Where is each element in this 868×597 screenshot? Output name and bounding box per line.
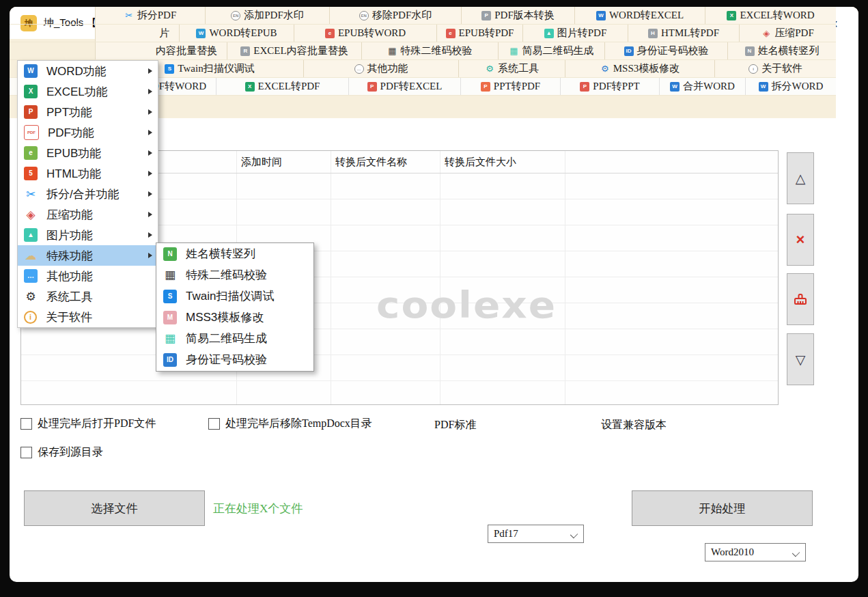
submenu-item-1[interactable]: N姓名横转竖列 xyxy=(156,243,313,264)
menu-item-label: 图片功能 xyxy=(46,227,93,243)
app-window: 坤 坤_Tools 【软件完全离线|更新请看关于软件|版本：正式版 V0.2】 … xyxy=(10,7,858,582)
clear-brush-icon xyxy=(792,291,809,307)
toolbar-tab-button[interactable]: ◈压缩PDF xyxy=(739,25,836,42)
checkbox-open-pdf-after[interactable]: 处理完毕后打开PDF文件 xyxy=(20,417,156,431)
pdf-standard-label: PDF标准 xyxy=(434,418,476,432)
menu-item-2[interactable]: XEXCEL功能 xyxy=(18,81,158,102)
toolbar-tab-button[interactable]: 内容批量替换 xyxy=(95,42,227,59)
toolbar-tab-button[interactable]: PPDF转PPT xyxy=(560,78,659,95)
toolbar-tab-label: WORD转EXCEL xyxy=(609,9,684,22)
toolbar-tab-button[interactable]: eEPUB转WORD xyxy=(294,25,436,42)
toolbar-tab-label: 合并WORD xyxy=(683,80,735,93)
menu-item-8[interactable]: ◈压缩功能 xyxy=(18,204,158,225)
toolbar-tab-button[interactable]: HHTML转PDF xyxy=(628,25,739,42)
twain-scanner-icon: S xyxy=(163,290,177,303)
toolbar-tab-label: 图片转PDF xyxy=(557,27,607,40)
menu-item-7[interactable]: ✂拆分/合并功能 xyxy=(18,184,158,204)
checkbox-box[interactable] xyxy=(20,447,32,458)
toolbar-tab-button[interactable]: ▦简易二维码生成 xyxy=(498,42,604,59)
toolbar-tab-label: WORD转EPUB xyxy=(209,27,277,40)
word-doc-icon: W xyxy=(596,11,606,20)
checkbox-remove-tempdocx[interactable]: 处理完毕后移除TempDocx目录 xyxy=(208,417,372,431)
checkbox-box[interactable] xyxy=(20,418,32,430)
remove-button[interactable]: × xyxy=(787,214,814,266)
toolbar-tab-button[interactable]: REXCEL内容批量替换 xyxy=(227,42,361,59)
move-down-button[interactable]: ▽ xyxy=(787,333,814,385)
toolbar-tab-button[interactable]: EN移除PDF水印 xyxy=(329,7,461,24)
toolbar-tab-label: MSS3模板修改 xyxy=(613,62,680,75)
menu-item-6[interactable]: 5HTML功能 xyxy=(18,163,158,184)
word-doc-icon: W xyxy=(759,82,768,92)
submenu-arrow-icon xyxy=(148,253,152,258)
status-text: 正在处理X个文件 xyxy=(213,501,303,516)
menu-item-11[interactable]: …其他功能 xyxy=(18,266,158,286)
toolbar-tab-button[interactable]: WWORD转EXCEL xyxy=(574,7,705,24)
html-doc-icon: H xyxy=(648,29,658,38)
toolbar-tab-button[interactable]: XEXCEL转WORD xyxy=(705,7,836,24)
toolbar-row: 内容批量替换REXCEL内容批量替换▦特殊二维码校验▦简易二维码生成ID身份证号… xyxy=(10,42,836,60)
menu-item-3[interactable]: PPPT功能 xyxy=(18,102,158,122)
toolbar-tab-button[interactable]: W合并WORD xyxy=(659,78,745,95)
menu-item-10[interactable]: ☁特殊功能 xyxy=(18,245,158,266)
select-file-button[interactable]: 选择文件 xyxy=(24,490,205,526)
toolbar-tab-button[interactable]: XEXCEL转PDF xyxy=(216,78,348,95)
pdf-standard-select[interactable]: Pdf17 xyxy=(488,525,584,543)
chevron-down-icon xyxy=(792,549,800,557)
toolbar-tab-label: EPUB转WORD xyxy=(338,27,406,40)
toolbar-tab-label: 拆分WORD xyxy=(772,80,824,93)
other-ring-icon: … xyxy=(354,64,364,74)
toolbar-tab-button[interactable]: eEPUB转PDF xyxy=(436,25,522,42)
toolbar-tab-label: 移除PDF水印 xyxy=(372,9,432,22)
excel-doc-icon: X xyxy=(727,11,736,20)
toolbar-tab-button[interactable]: EN添加PDF水印 xyxy=(205,7,329,24)
menu-item-12[interactable]: ⚙系统工具 xyxy=(18,286,158,307)
toolbar-tab-button[interactable]: N姓名横转竖列 xyxy=(727,42,836,59)
submenu-arrow-icon xyxy=(148,212,152,217)
toolbar-tab-button[interactable]: W拆分WORD xyxy=(745,78,836,95)
image-doc-icon: ▲ xyxy=(544,29,554,38)
toolbar-tab-button[interactable]: PPDF转EXCEL xyxy=(348,78,460,95)
menu-item-label: 系统工具 xyxy=(46,289,93,305)
submenu-item-4[interactable]: MMSS3模板修改 xyxy=(156,307,313,328)
toolbar-tab-button[interactable]: ▲图片转PDF xyxy=(522,25,628,42)
submenu-item-5[interactable]: ▦简易二维码生成 xyxy=(156,328,313,349)
menu-item-label: WORD功能 xyxy=(46,64,107,79)
move-up-button[interactable]: △ xyxy=(787,152,814,204)
qr-simple-icon: ▦ xyxy=(509,46,519,56)
pdf-doc-icon: P xyxy=(580,82,589,92)
submenu-item-2[interactable]: ▦特殊二维码校验 xyxy=(156,264,313,286)
toolbar-tab-label: EPUB转PDF xyxy=(459,27,514,40)
toolbar-tab-button[interactable]: ✂拆分PDF xyxy=(95,7,205,24)
menu-item-13[interactable]: i关于软件 xyxy=(18,307,158,327)
toolbar-tab-button[interactable]: ▦特殊二维码校验 xyxy=(361,42,498,59)
toolbar-tab-button[interactable]: WWORD转EPUB xyxy=(179,25,294,42)
checkbox-box[interactable] xyxy=(208,418,220,430)
toolbar-tab-button[interactable]: PPPT转PDF xyxy=(460,78,560,95)
submenu-item-6[interactable]: ID身份证号码校验 xyxy=(156,349,313,370)
toolbar-tab-button[interactable]: 片 xyxy=(95,25,179,42)
clear-button[interactable] xyxy=(787,273,814,325)
select-value: Pdf17 xyxy=(494,528,518,540)
submenu-item-3[interactable]: STwain扫描仪调试 xyxy=(156,286,313,307)
compat-version-select[interactable]: Word2010 xyxy=(705,543,806,561)
menu-item-9[interactable]: ▲图片功能 xyxy=(18,225,158,245)
toolbar-spacer xyxy=(10,42,95,59)
start-process-button[interactable]: 开始处理 xyxy=(632,490,813,526)
toolbar-tab-button[interactable]: i关于软件 xyxy=(714,60,836,77)
toolbar-tab-button[interactable]: ⚙系统工具 xyxy=(458,60,565,77)
menu-item-5[interactable]: eEPUB功能 xyxy=(18,143,158,163)
submenu-arrow-icon xyxy=(148,191,152,197)
toolbar-tab-button[interactable]: PPDF版本转换 xyxy=(461,7,574,24)
column-header-add-time: 添加时间 xyxy=(241,156,282,169)
remove-icon: × xyxy=(796,231,805,249)
toolbar-tab-label: 姓名横转竖列 xyxy=(758,44,820,57)
menu-item-1[interactable]: WWORD功能 xyxy=(18,61,158,81)
menu-item-label: 拆分/合并功能 xyxy=(46,186,120,202)
toolbar-tab-button[interactable]: ⚙MSS3模板修改 xyxy=(565,60,714,77)
toolbar-tab-label: 关于软件 xyxy=(761,62,802,75)
checkbox-save-source-dir[interactable]: 保存到源目录 xyxy=(20,445,103,460)
toolbar-tab-button[interactable]: …其他功能 xyxy=(303,60,458,77)
toolbar-tab-button[interactable]: ID身份证号码校验 xyxy=(604,42,727,59)
menu-item-4[interactable]: PDFPDF功能 xyxy=(18,122,158,143)
toolbar-tab-label: 片 xyxy=(159,27,169,40)
